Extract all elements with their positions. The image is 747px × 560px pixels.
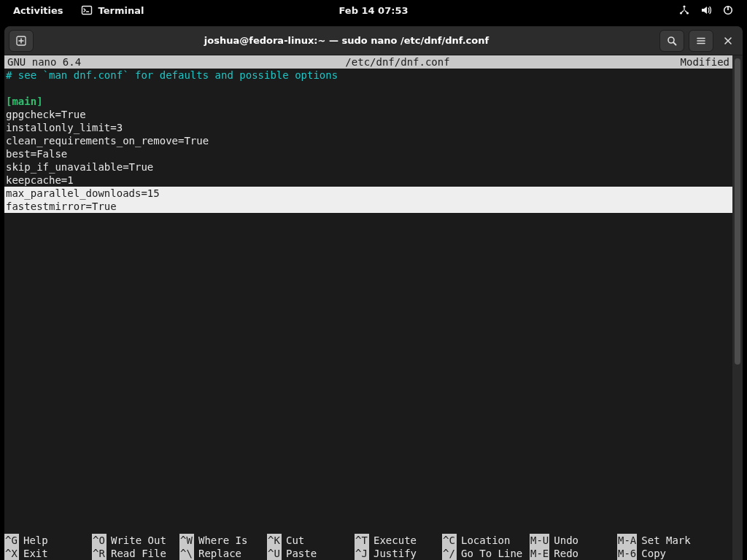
svg-line-8	[673, 42, 676, 45]
headerbar: joshua@fedora-linux:~ — sudo nano /etc/d…	[4, 26, 743, 55]
svg-rect-0	[82, 7, 91, 15]
help-entry: M-ASet Mark	[617, 534, 705, 547]
help-entry: ^\Replace	[179, 547, 267, 560]
help-entry: ^JJustify	[355, 547, 442, 560]
app-menu[interactable]: Terminal	[81, 4, 144, 16]
help-entry: ^XExit	[4, 547, 92, 560]
help-entry: ^UPaste	[267, 547, 355, 560]
help-label: Help	[23, 534, 48, 547]
help-label: Read File	[111, 547, 166, 560]
help-key: ^T	[355, 534, 369, 547]
help-label: Execute	[374, 534, 417, 547]
help-key: ^C	[442, 534, 457, 547]
help-key: ^/	[442, 547, 457, 560]
clock[interactable]: Feb 14 07:53	[339, 5, 409, 16]
nano-titlebar: GNU nano 6.4 /etc/dnf/dnf.conf Modified	[4, 55, 732, 69]
help-key: ^O	[92, 534, 107, 547]
help-entry: ^WWhere Is	[179, 534, 267, 547]
help-label: Where Is	[198, 534, 247, 547]
help-entry: ^RRead File	[92, 547, 179, 560]
terminal-window: joshua@fedora-linux:~ — sudo nano /etc/d…	[4, 26, 743, 560]
help-key: M-E	[530, 547, 549, 560]
activities-button[interactable]: Activities	[13, 5, 63, 16]
help-entry: ^CLocation	[442, 534, 530, 547]
help-entry: M-ERedo	[530, 547, 617, 560]
help-key: M-U	[530, 534, 549, 547]
close-button[interactable]	[718, 31, 738, 51]
help-label: Copy	[641, 547, 666, 560]
help-label: Go To Line	[461, 547, 522, 560]
editor-line: # see `man dnf.conf` for defaults and po…	[4, 69, 732, 82]
editor-line: gpgcheck=True	[4, 108, 732, 121]
help-entry: ^GHelp	[4, 534, 92, 547]
editor-line: [main]	[4, 95, 732, 108]
help-key: ^\	[179, 547, 194, 560]
help-label: Replace	[198, 547, 241, 560]
nano-help: ^GHelp^OWrite Out^WWhere Is^KCut^TExecut…	[4, 534, 732, 560]
help-label: Set Mark	[641, 534, 690, 547]
search-button[interactable]	[659, 30, 684, 52]
scrollbar[interactable]	[732, 55, 743, 560]
editor-line-selected: fastestmirror=True	[4, 200, 732, 213]
editor-line-selected: max_parallel_downloads=15	[4, 187, 732, 200]
window-title: joshua@fedora-linux:~ — sudo nano /etc/d…	[38, 35, 655, 46]
help-key: ^U	[267, 547, 282, 560]
help-key: ^X	[4, 547, 19, 560]
nano-version: GNU nano 6.4	[7, 55, 153, 69]
editor-line: keepcache=1	[4, 174, 732, 187]
help-key: M-6	[617, 547, 637, 560]
help-key: M-A	[617, 534, 637, 547]
editor-area[interactable]: # see `man dnf.conf` for defaults and po…	[4, 69, 732, 213]
editor-line: clean_requirements_on_remove=True	[4, 134, 732, 147]
help-entry: ^/Go To Line	[442, 547, 530, 560]
terminal-viewport[interactable]: GNU nano 6.4 /etc/dnf/dnf.conf Modified …	[4, 55, 732, 560]
help-label: Justify	[374, 547, 417, 560]
help-label: Undo	[554, 534, 578, 547]
help-entry: ^TExecute	[355, 534, 442, 547]
help-label: Cut	[286, 534, 304, 547]
help-entry: ^KCut	[267, 534, 355, 547]
help-key: ^G	[4, 534, 19, 547]
svg-point-1	[683, 5, 685, 7]
help-key: ^R	[92, 547, 107, 560]
terminal-icon	[81, 4, 93, 16]
help-key: ^K	[267, 534, 282, 547]
scrollbar-thumb[interactable]	[735, 58, 740, 365]
editor-line: best=False	[4, 147, 732, 160]
volume-icon[interactable]	[700, 4, 712, 16]
close-icon	[724, 36, 732, 45]
help-key: ^W	[179, 534, 194, 547]
help-entry: M-UUndo	[530, 534, 617, 547]
nano-status: Modified	[642, 55, 729, 69]
network-icon[interactable]	[678, 4, 690, 16]
editor-line: installonly_limit=3	[4, 121, 732, 134]
help-label: Exit	[23, 547, 48, 560]
app-menu-label: Terminal	[98, 5, 144, 16]
help-label: Paste	[286, 547, 317, 560]
editor-line	[4, 82, 732, 95]
menu-button[interactable]	[689, 30, 713, 52]
search-icon	[666, 35, 678, 47]
hamburger-icon	[695, 35, 707, 47]
gnome-topbar: Activities Terminal Feb 14 07:53	[0, 0, 747, 20]
help-label: Redo	[554, 547, 578, 560]
new-tab-button[interactable]	[9, 30, 34, 52]
power-icon[interactable]	[722, 4, 734, 16]
help-label: Write Out	[111, 534, 166, 547]
help-entry: M-6Copy	[617, 547, 705, 560]
help-key: ^J	[355, 547, 369, 560]
help-entry: ^OWrite Out	[92, 534, 179, 547]
help-label: Location	[461, 534, 510, 547]
nano-filename: /etc/dnf/dnf.conf	[153, 55, 642, 69]
editor-line: skip_if_unavailable=True	[4, 160, 732, 174]
